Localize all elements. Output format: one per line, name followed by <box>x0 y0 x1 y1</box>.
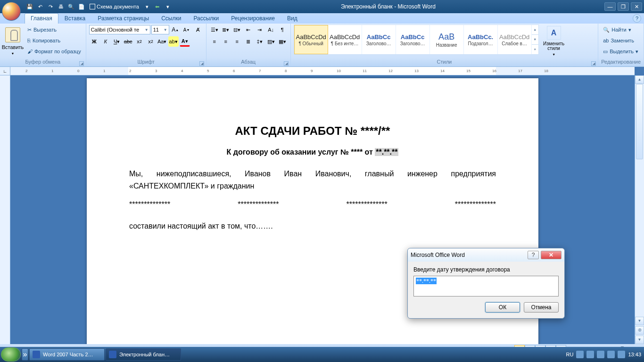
style-item-3[interactable]: AaBbCcЗаголово… <box>396 25 430 54</box>
horizontal-ruler[interactable]: 3210123456789101112131415161718 <box>10 67 635 75</box>
justify-button[interactable]: ≣ <box>243 36 254 47</box>
dialog-cancel-button[interactable]: Отмена <box>524 302 559 313</box>
qat-undo-icon[interactable]: ↶ <box>36 2 44 11</box>
dialog-help-button[interactable]: ? <box>528 251 539 259</box>
gallery-expand[interactable]: ▾ <box>532 45 538 55</box>
close-button[interactable]: ✕ <box>631 2 642 11</box>
font-name-combo[interactable]: Calibri (Основной те▼ <box>89 25 150 34</box>
style-item-0[interactable]: AaBbCcDd¶ Обычный <box>294 25 328 54</box>
change-styles-button[interactable]: A Изменить стили ▼ <box>542 25 566 58</box>
maximize-button[interactable]: ❐ <box>618 2 629 11</box>
tab-insert[interactable]: Вставка <box>58 13 92 24</box>
increase-indent-button[interactable]: ⇥ <box>255 25 265 35</box>
tab-page-layout[interactable]: Разметка страницы <box>91 13 155 24</box>
previous-page-button[interactable]: ⦿ <box>635 326 644 335</box>
style-item-6[interactable]: AaBbCcDdСлабое в… <box>498 25 532 54</box>
qat-preview-icon[interactable]: 🔍 <box>67 2 75 11</box>
vertical-scrollbar[interactable]: ▲ ▼ ⦿ ▼ <box>635 75 644 344</box>
clear-formatting-button[interactable]: A̸ <box>193 25 203 35</box>
format-painter-button[interactable]: 🖌Формат по образцу <box>25 46 83 57</box>
change-case-button[interactable]: Aa▾ <box>157 36 167 47</box>
shrink-font-button[interactable]: A▼ <box>182 25 192 35</box>
office-button[interactable] <box>2 2 21 21</box>
qat-save-icon[interactable]: 💾 <box>25 2 34 11</box>
subscript-button[interactable]: x2 <box>134 36 145 47</box>
quick-launch-separator[interactable]: » <box>22 348 28 361</box>
qat-redo-icon[interactable]: ↷ <box>46 2 55 11</box>
tray-volume-icon[interactable] <box>618 351 625 358</box>
font-dialog-launcher[interactable]: ◢ <box>199 61 204 66</box>
word-icon <box>33 351 40 358</box>
gallery-scroll-down[interactable]: ▼ <box>532 35 538 45</box>
dialog-close-button[interactable]: ✕ <box>541 251 561 259</box>
dialog-input[interactable]: **.**.** <box>413 276 559 296</box>
taskbar-item-1[interactable]: Word 2007 Часть 2… <box>29 348 105 361</box>
tab-selector[interactable]: ∟ <box>0 67 10 75</box>
shading-button[interactable]: ▨▾ <box>266 36 276 47</box>
qat-new-icon[interactable]: 📄 <box>77 2 86 11</box>
tray-icon[interactable] <box>607 351 615 358</box>
paragraph-dialog-launcher[interactable]: ◢ <box>284 61 289 66</box>
copy-button[interactable]: ⎘Копировать <box>25 35 83 46</box>
vertical-ruler[interactable] <box>0 75 10 344</box>
sort-button[interactable]: A↓ <box>266 25 276 35</box>
qat-forward-icon[interactable]: ▾ <box>164 2 172 11</box>
qat-print-icon[interactable]: 🖶 <box>57 2 65 11</box>
style-item-4[interactable]: АаВНазвание <box>430 25 464 54</box>
italic-button[interactable]: К <box>100 36 111 47</box>
next-page-button[interactable]: ▼ <box>635 336 644 344</box>
decrease-indent-button[interactable]: ⇤ <box>243 25 254 35</box>
tray-icon[interactable] <box>597 351 604 358</box>
replace-button[interactable]: abЗаменить <box>601 35 640 46</box>
tray-clock[interactable]: 13:43 <box>628 352 641 357</box>
bullets-button[interactable]: ☰▾ <box>209 25 220 35</box>
align-right-button[interactable]: ≡ <box>232 36 242 47</box>
align-left-button[interactable]: ≡ <box>209 36 220 47</box>
taskbar-item-2[interactable]: Электронный блан… <box>106 348 181 361</box>
tab-home[interactable]: Главная <box>25 13 58 24</box>
scroll-thumb[interactable] <box>636 84 643 159</box>
qat-more-icon[interactable]: ▾ <box>143 2 151 11</box>
multilevel-list-button[interactable]: ⊟▾ <box>232 25 242 35</box>
cut-button[interactable]: ✂Вырезать <box>25 25 83 35</box>
styles-dialog-launcher[interactable]: ◢ <box>591 61 596 66</box>
minimize-button[interactable]: — <box>604 2 616 11</box>
font-size-combo[interactable]: 11▼ <box>151 25 169 34</box>
font-color-button[interactable]: A▾ <box>180 36 190 47</box>
superscript-button[interactable]: x2 <box>146 36 156 47</box>
style-item-1[interactable]: AaBbCcDd¶ Без инте… <box>328 25 362 54</box>
tray-language[interactable]: RU <box>566 352 574 357</box>
paste-button[interactable]: Вставить ▼ <box>3 25 23 58</box>
select-button[interactable]: ▭Выделить ▾ <box>601 46 640 57</box>
tab-mailings[interactable]: Рассылки <box>187 13 225 24</box>
style-item-2[interactable]: AaBbCcЗаголово… <box>362 25 396 54</box>
highlight-button[interactable]: ab▾ <box>168 36 179 47</box>
start-button[interactable] <box>1 347 21 362</box>
qat-back-icon[interactable]: ⬅ <box>153 2 162 11</box>
doc-date-field[interactable]: **.**.** <box>375 148 398 156</box>
tray-icon[interactable] <box>576 351 584 358</box>
underline-button[interactable]: Ч▾ <box>112 36 122 47</box>
help-button[interactable]: ? <box>633 14 641 23</box>
tray-icon[interactable] <box>586 351 594 358</box>
tab-view[interactable]: Вид <box>281 13 304 24</box>
align-center-button[interactable]: ≡ <box>221 36 231 47</box>
document-map-toggle[interactable]: Схема документа <box>88 2 141 11</box>
style-item-5[interactable]: AaBbCc.Подзагол… <box>464 25 498 54</box>
dialog-ok-button[interactable]: ОК <box>485 302 520 313</box>
tab-references[interactable]: Ссылки <box>155 13 187 24</box>
strikethrough-button[interactable]: abc <box>123 36 133 47</box>
tab-review[interactable]: Рецензирование <box>225 13 281 24</box>
gallery-scroll-up[interactable]: ▲ <box>532 25 538 35</box>
find-button[interactable]: 🔍Найти ▾ <box>601 25 640 35</box>
bold-button[interactable]: Ж <box>89 36 99 47</box>
borders-button[interactable]: ▦▾ <box>277 36 288 47</box>
line-spacing-button[interactable]: ‡▾ <box>255 36 265 47</box>
show-marks-button[interactable]: ¶ <box>277 25 288 35</box>
dialog-titlebar[interactable]: Microsoft Office Word ? ✕ <box>408 248 564 262</box>
scroll-down-button[interactable]: ▼ <box>635 317 644 325</box>
clipboard-dialog-launcher[interactable]: ◢ <box>79 61 84 66</box>
numbering-button[interactable]: ≣▾ <box>221 25 231 35</box>
scroll-up-button[interactable]: ▲ <box>635 75 644 84</box>
grow-font-button[interactable]: A▲ <box>170 25 181 35</box>
